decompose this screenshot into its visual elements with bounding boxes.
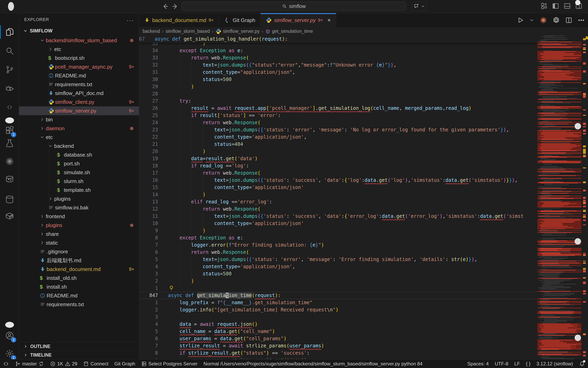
code-line-7[interactable]: 7 strlize_result = await strlize_params(… [139, 342, 537, 350]
run-icon[interactable] [517, 17, 524, 24]
code-line-7[interactable]: 7 logger.error(f"Error finding simulatio… [139, 241, 537, 248]
activity-source-control[interactable] [0, 62, 19, 77]
tree-item-install.sh[interactable]: $install.sh [19, 282, 139, 291]
tree-item-simflow-server.py[interactable]: simflow_server.py9+ [19, 106, 139, 115]
tree-item-static[interactable]: static [19, 239, 139, 247]
status-git-branch[interactable]: master [12, 359, 47, 368]
tree-item-database.sh[interactable]: $database.sh [19, 150, 139, 159]
split-editor-icon[interactable] [565, 17, 572, 24]
toggle-sidebar-icon[interactable] [552, 2, 559, 9]
activity-testing[interactable] [0, 136, 19, 150]
code-line-8[interactable]: 8 except Exception as e: [139, 234, 537, 241]
code-line-30[interactable]: 30 status=500 [139, 76, 537, 83]
tree-item-daemon[interactable]: daemon [19, 124, 139, 133]
code-line-28[interactable]: 28 [139, 90, 537, 97]
tree-item-backend[interactable]: backend [19, 142, 139, 150]
back-arrow[interactable] [161, 2, 169, 10]
activity-search[interactable] [0, 44, 19, 58]
code-line-2[interactable]: 2 logger.info("[get_simulation_time] Rec… [139, 306, 537, 313]
code-line-18[interactable]: 18 if read_log =='log': [139, 162, 537, 169]
code-line-15[interactable]: 15 content_type='application/json' [139, 184, 537, 191]
tree-item-simulate.sh[interactable]: $simulate.sh [19, 168, 139, 177]
tree-item-port.sh[interactable]: $port.sh [19, 159, 139, 168]
activity-extensions[interactable]: 1 [0, 123, 19, 138]
tree-item-template.sh[interactable]: $template.sh [19, 186, 139, 194]
code-line-21[interactable]: 21 status=404 [139, 141, 537, 148]
code-line-35[interactable]: 35 ) [139, 43, 537, 47]
tree-item-plugins[interactable]: plugins [19, 194, 139, 203]
code-line-4[interactable]: 4 content_type='application/json', [139, 263, 537, 270]
tree-item-etc[interactable]: etc [19, 133, 139, 142]
code-line-3[interactable]: 3 status=500 [139, 270, 537, 277]
code-line-31[interactable]: 31 content_type="application/json", [139, 69, 537, 76]
code-line-10[interactable]: 10 content_type='application/json' [139, 220, 537, 227]
tree-item-readme.md[interactable]: README.md [19, 71, 139, 80]
command-center-search[interactable]: simflow [182, 2, 406, 11]
tree-item--.md[interactable]: 后端规划书.md [19, 256, 139, 265]
status-db-connect[interactable]: Connect [80, 359, 111, 368]
tab-git-graph[interactable]: Git Graph [219, 13, 261, 27]
code-line-9[interactable]: 9 user_params = strlize_result.get("data… [139, 357, 537, 359]
tree-item-bin[interactable]: bin [19, 115, 139, 124]
code-editor[interactable]: 67async def get_simulation_log_handler(r… [139, 35, 537, 359]
tree-item-simflow-client.py[interactable]: simflow_client.py9+ [19, 98, 139, 106]
code-line-23[interactable]: 23 text=json.dumps({'status': 'error', '… [139, 126, 537, 133]
code-line-24[interactable]: 24 return web.Response( [139, 119, 537, 126]
code-line-6[interactable]: 6 user_params = data.get("cell_params") [139, 335, 537, 342]
tree-item-plugins[interactable]: plugins [19, 221, 139, 230]
tree-item-install-old.sh[interactable]: $install_old.sh [19, 274, 139, 282]
tree-item-etc[interactable]: etc [19, 45, 139, 54]
status-eol[interactable]: LF [511, 359, 523, 368]
breadcrumb-2[interactable]: simflow_server.py [215, 28, 260, 34]
activity-remote-explorer[interactable] [0, 100, 19, 114]
tree-item-readme.md[interactable]: README.md [19, 291, 139, 300]
status-language-mode[interactable]: { } [523, 359, 533, 368]
activity-explorer[interactable] [0, 25, 19, 39]
status-git-graph[interactable]: Git Graph [111, 359, 138, 368]
code-line-8[interactable]: 8 if strlize_result.get("status") == 'su… [139, 350, 537, 357]
views-more-icon[interactable]: ··· [127, 17, 134, 24]
breadcrumb-0[interactable]: backend [143, 29, 160, 34]
sticky-scroll-line[interactable]: 67async def get_simulation_log_handler(r… [139, 35, 537, 43]
tree-item-slurm.sh[interactable]: $slurm.sh [19, 177, 139, 186]
status-remote-indicator[interactable] [0, 359, 12, 368]
breadcrumb-3[interactable]: get_simulation_time [265, 29, 313, 34]
code-line-29[interactable]: 29 ) [139, 83, 537, 90]
toggle-secondary-sidebar-icon[interactable] [575, 2, 582, 9]
tree-item-backend-document.md[interactable]: backend_document.md9+ [19, 265, 139, 274]
status-notifications[interactable] [576, 359, 588, 368]
window-control[interactable] [8, 2, 14, 11]
tree-item-simflow.ini.bak[interactable]: simflow.ini.bak [19, 203, 139, 212]
status-indentation[interactable]: Spaces: 4 [464, 359, 492, 368]
tree-item-bootscript.sh[interactable]: $bootscript.sh [19, 54, 139, 62]
status-python-interpreter[interactable]: 3.12.12 (simflow) [533, 359, 576, 368]
code-line-2[interactable]: 2 ) [139, 277, 537, 285]
tree-item-requirements.txt[interactable]: requirements.txt [19, 300, 139, 309]
tree-item-requirements.txt[interactable]: requirements.txt [19, 80, 139, 89]
breadcrumb-1[interactable]: simflow_slurm_based [165, 29, 210, 34]
code-line-6[interactable]: 6 return web.Response( [139, 248, 537, 256]
code-line-4[interactable]: 4 data = await request.json() [139, 321, 537, 328]
tree-item-.gitignore[interactable]: .gitignore [19, 247, 139, 256]
tab-simflow-server.py[interactable]: simflow_server.py9+× [261, 13, 336, 27]
code-line-5[interactable]: 5 cell_name = data.get("cell_name") [139, 328, 537, 335]
activity-settings[interactable]: 1 [0, 346, 19, 361]
timeline-section[interactable]: TIMELINE [19, 351, 139, 359]
code-line-1[interactable]: 1 [139, 285, 537, 292]
claude-icon[interactable] [540, 16, 547, 24]
tree-item-simflow-api-doc.md[interactable]: simflow_API_doc.md [19, 89, 139, 98]
code-line-20[interactable]: 20 ) [139, 148, 537, 155]
openai-icon[interactable] [552, 16, 560, 24]
code-line-11[interactable]: 11 text=json.dumps({'status': 'success',… [139, 213, 537, 220]
code-line-5[interactable]: 5 text=json.dumps({'status': 'error', 'm… [139, 256, 537, 263]
activity-run-debug[interactable] [0, 81, 19, 96]
code-line-14[interactable]: 14 ) [139, 191, 537, 198]
more-actions-icon[interactable] [578, 17, 585, 24]
status-vim-status[interactable]: Normal /Users/veno/Projects/xuge/simflow… [200, 359, 425, 368]
code-line-847[interactable]: 847async def get_simulation_time(request… [139, 292, 537, 299]
activity-claude[interactable] [0, 154, 19, 169]
code-line-34[interactable]: 34 except Exception as e: [139, 47, 537, 54]
tab-backend-document.md[interactable]: backend_document.md9+ [139, 13, 219, 27]
code-line-13[interactable]: 13 elif read_log =='error_log': [139, 198, 537, 205]
customize-layout-icon[interactable] [540, 2, 548, 9]
